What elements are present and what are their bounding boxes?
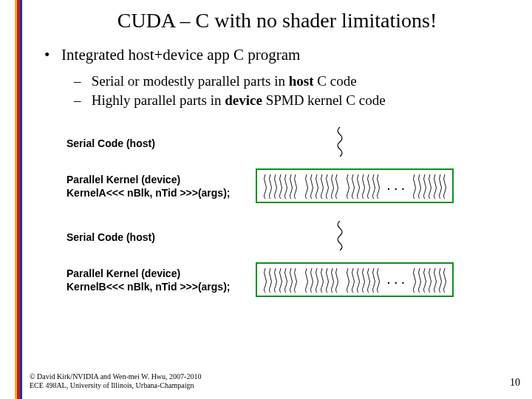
thread-block-icon [344, 173, 381, 199]
thread-block-icon [303, 267, 340, 293]
kernel-b-call: KernelB<<< nBlk, nTid >>>(args); [66, 280, 251, 293]
parallel-row-a: Parallel Kernel (device) KernelA<<< nBlk… [30, 168, 517, 203]
thread-block-icon [411, 173, 448, 199]
bullet-main: • Integrated host+device app C program [44, 46, 517, 64]
bullet-sub-1: – Serial or modestly parallel parts in h… [74, 72, 517, 91]
ellipsis: . . . [386, 180, 406, 192]
serial-label-2: Serial Code (host) [30, 231, 259, 244]
kernel-a-box: . . . [256, 168, 454, 203]
bullet-sub-2: – Highly parallel parts in device SPMD k… [74, 91, 517, 110]
kernel-a-call: KernelA<<< nBlk, nTid >>>(args); [66, 186, 251, 200]
serial-row-1: Serial Code (host) [30, 127, 517, 160]
thread-block-icon [262, 173, 299, 199]
parallel-row-b: Parallel Kernel (device) KernelB<<< nBlk… [30, 262, 517, 297]
slide-title: CUDA – C with no shader limitations! [37, 9, 517, 33]
thread-block-icon [262, 267, 299, 293]
kernel-b-box: . . . [256, 262, 454, 297]
slide-content: CUDA – C with no shader limitations! • I… [30, 9, 517, 297]
thread-block-icon [303, 173, 340, 199]
parallel-label-b: Parallel Kernel (device) KernelB<<< nBlk… [30, 267, 251, 293]
serial-row-2: Serial Code (host) [30, 221, 517, 253]
serial-label-1: Serial Code (host) [30, 137, 259, 150]
squiggle-icon [332, 127, 347, 157]
side-accent-stripe [15, 0, 22, 399]
ellipsis: . . . [386, 274, 406, 286]
parallel-label-a: Parallel Kernel (device) KernelA<<< nBlk… [30, 173, 251, 200]
page-number: 10 [510, 377, 520, 389]
copyright-footer: © David Kirk/NVIDIA and Wen-mei W. Hwu, … [30, 372, 201, 390]
bullet-main-text: Integrated host+device app C program [61, 46, 300, 64]
thread-block-icon [411, 267, 448, 293]
squiggle-icon [332, 221, 347, 250]
thread-block-icon [344, 267, 381, 293]
